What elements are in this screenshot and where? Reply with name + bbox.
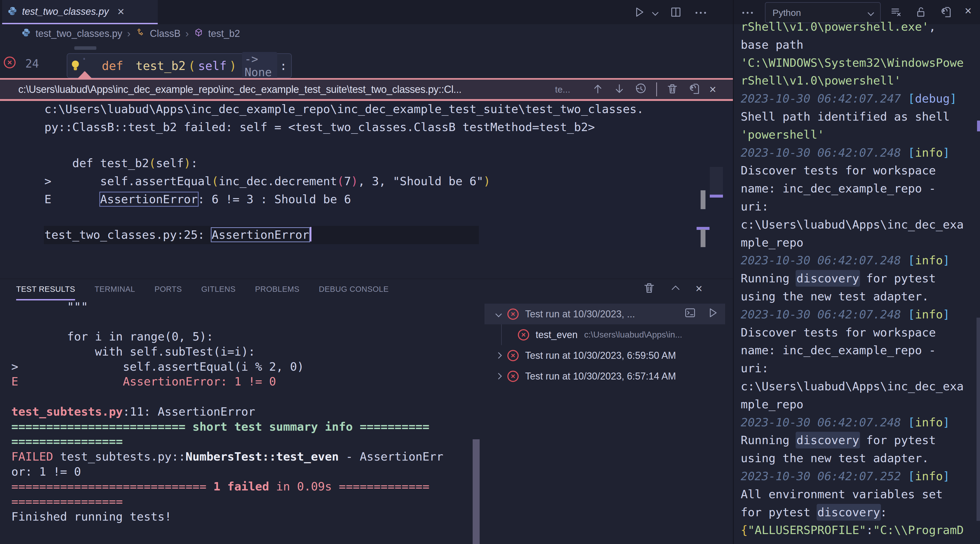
chevron-right-icon[interactable] — [495, 352, 502, 358]
log-line: ================ — [11, 434, 469, 449]
log-line: name: inc_dec_example_repo - — [741, 341, 964, 359]
log-line — [11, 314, 469, 329]
overview-ruler-mark — [710, 195, 723, 197]
editor-group-divider[interactable] — [733, 0, 734, 544]
line-number: 24 — [25, 57, 39, 70]
error-gutter-icon[interactable]: × — [4, 57, 16, 68]
panel-tabs: TEST RESULTS TERMINAL PORTS GITLENS PROB… — [16, 285, 389, 301]
log-line: ========================= short test sum… — [11, 419, 469, 434]
function-name: test_b2 — [136, 59, 185, 73]
tab-gitlens[interactable]: GITLENS — [201, 285, 236, 301]
tab-title: test_two_classes.py — [22, 6, 109, 17]
python-output-log[interactable]: rShell\v1.0\powershell.exe',base path'C:… — [741, 18, 964, 539]
test-run-row[interactable]: × Test run at 10/30/2023, 6:59:50 AM — [484, 345, 725, 366]
log-line — [45, 208, 644, 226]
log-line: Discover tests for workspace — [741, 162, 964, 180]
close-panel-icon[interactable]: × — [695, 283, 703, 294]
clipped-line-23 — [74, 46, 96, 50]
log-line: uri: — [741, 359, 964, 377]
test-run-list: × Test run at 10/30/2023, ... × test_eve… — [484, 304, 725, 387]
paren: ) — [229, 59, 237, 73]
test-name: test_even — [536, 329, 578, 340]
keyword-def: def — [102, 59, 123, 73]
python-file-icon — [8, 6, 17, 17]
unlock-icon[interactable] — [915, 6, 927, 19]
log-line: > self.assertEqual(i % 2, 0) — [11, 359, 469, 374]
close-panel-icon[interactable]: × — [965, 5, 972, 17]
tab-test-two-classes[interactable]: test_two_classes.py × — [2, 0, 158, 24]
breadcrumb: test_two_classes.py › ClassB › test_b2 — [22, 27, 240, 40]
log-line: for i in range(0, 5): — [11, 329, 469, 344]
log-line: test_two_classes.py:25: AssertionError — [45, 226, 479, 244]
breadcrumb-separator: › — [185, 28, 189, 40]
breadcrumb-file[interactable]: test_two_classes.py — [35, 28, 122, 39]
log-line: 'C:\WINDOWS\System32\WindowsPowe — [741, 54, 964, 72]
maximize-panel-icon[interactable] — [670, 282, 681, 295]
code-line-24[interactable]: · · def test_b2(self) -> None : — [67, 53, 292, 78]
test-path: c:\Users\luabud\Apps\in... — [584, 330, 682, 340]
rerun-icon[interactable] — [707, 307, 719, 321]
test-run-row[interactable]: × Test run at 10/30/2023, 6:57:14 AM — [484, 366, 725, 387]
test-run-child-row[interactable]: × test_even c:\Users\luabud\Apps\in... — [484, 324, 725, 345]
split-editor-icon[interactable] — [670, 6, 682, 19]
log-line: 2023-10-30 06:42:07.248 [info] — [741, 251, 964, 269]
lightbulb-icon[interactable] — [72, 60, 76, 71]
breadcrumb-method[interactable]: test_b2 — [208, 28, 240, 39]
select-chevron-icon — [867, 10, 874, 16]
method-symbol-icon — [194, 28, 204, 40]
next-error-icon[interactable] — [613, 83, 625, 96]
log-line: mple_repo — [741, 234, 964, 252]
clear-panel-trash-icon[interactable] — [643, 282, 655, 296]
peek-header: c:\Users\luabud\Apps\inc_dec_example_rep… — [0, 80, 733, 99]
test-failed-icon: × — [508, 371, 519, 382]
chevron-right-icon[interactable] — [495, 373, 502, 379]
log-line: 2023-10-30 06:42:07.248 [info] — [741, 305, 964, 323]
previous-error-icon[interactable] — [592, 83, 604, 96]
log-line: rShell\v1.0\powershell.exe', — [741, 18, 964, 36]
tab-problems[interactable]: PROBLEMS — [255, 285, 299, 301]
chevron-down-icon[interactable] — [495, 311, 502, 317]
results-scrollbar[interactable] — [473, 439, 480, 544]
peek-current-line[interactable]: test_two_classes.py:25: AssertionError — [44, 226, 479, 244]
editor-scrollbar[interactable] — [710, 167, 723, 194]
run-label: Test run at 10/30/2023, ... — [525, 309, 635, 320]
tab-test-results[interactable]: TEST RESULTS — [16, 285, 75, 301]
colon: : — [280, 59, 287, 73]
log-line: Running discovery for pytest — [741, 269, 964, 288]
test-results-output[interactable]: """ for i in range(0, 5): with self.subT… — [11, 299, 469, 524]
output-scrollbar[interactable] — [977, 318, 980, 521]
run-button[interactable] — [633, 6, 646, 19]
tab-terminal[interactable]: TERMINAL — [94, 285, 135, 301]
tab-ports[interactable]: PORTS — [154, 285, 182, 301]
open-file-icon[interactable] — [688, 83, 700, 96]
log-line: mple_repo — [741, 395, 964, 414]
paren: ( — [188, 59, 196, 73]
test-run-row[interactable]: × Test run at 10/30/2023, ... — [484, 304, 725, 324]
history-icon[interactable] — [635, 83, 647, 96]
run-label: Test run at 10/30/2023, 6:59:50 AM — [525, 350, 676, 361]
log-line: uri: — [741, 197, 964, 216]
peek-title-path[interactable]: c:\Users\luabud\Apps\inc_dec_example_rep… — [18, 84, 461, 95]
close-peek-icon[interactable]: × — [709, 83, 716, 95]
indent-guide — [501, 324, 502, 345]
open-log-file-icon[interactable] — [939, 6, 952, 19]
log-line: {"ALLUSERSPROFILE":"C:\\ProgramD — [741, 521, 964, 539]
log-line: Discover tests for workspace — [741, 323, 964, 342]
terminal-output-icon[interactable] — [684, 307, 696, 321]
clear-results-trash-icon[interactable] — [666, 83, 679, 96]
log-line: test_subtests.py:11: AssertionError — [11, 404, 469, 419]
log-line: c:\Users\luabud\Apps\inc_dec_example_rep… — [45, 100, 644, 118]
clear-output-icon[interactable] — [890, 6, 902, 19]
tab-close-icon[interactable]: × — [117, 6, 124, 17]
log-line: > self.assertEqual(inc_dec.decrement(7),… — [45, 172, 644, 190]
toolbar-separator — [656, 83, 657, 96]
log-line — [45, 136, 644, 154]
breadcrumb-class[interactable]: ClassB — [150, 28, 181, 39]
log-line: """ — [11, 299, 469, 314]
tab-debug-console[interactable]: DEBUG CONSOLE — [319, 285, 389, 301]
log-line: base path — [741, 36, 964, 54]
log-line: 2023-10-30 06:42:07.247 [debug] — [741, 90, 964, 108]
log-line — [11, 389, 469, 404]
log-line: Running discovery for pytest — [741, 431, 964, 449]
run-dropdown-icon[interactable] — [652, 9, 659, 16]
